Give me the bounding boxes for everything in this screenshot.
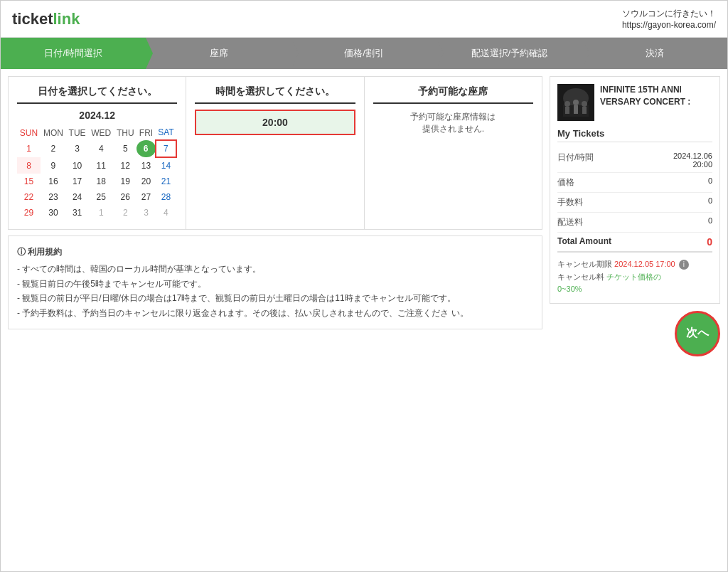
notice-title: ⓘ 利用規約	[17, 245, 533, 259]
cancel-fee-row: キャンセル料 チケット価格の0~30%	[557, 271, 712, 296]
ticket-label-datetime: 日付/時間	[557, 152, 594, 169]
cal-day-19[interactable]: 19	[114, 174, 136, 189]
svg-point-5	[573, 100, 579, 105]
right-panel: INFINITE 15TH ANNI VERSARY CONCERT : My …	[550, 76, 720, 356]
day-header-sat: SAT	[156, 125, 177, 140]
step-delivery[interactable]: 配送選択/予約確認	[437, 38, 582, 69]
ticket-row-shipping: 配送料 0	[557, 213, 712, 233]
cal-day-5[interactable]: 5	[114, 140, 136, 157]
cal-day-8[interactable]: 8	[17, 157, 41, 174]
cal-day-17[interactable]: 17	[66, 174, 88, 189]
cal-day-20[interactable]: 20	[136, 174, 155, 189]
cal-week-4: 22 23 24 25 26 27 28	[17, 189, 176, 205]
cal-day-1[interactable]: 1	[17, 140, 41, 157]
cal-day-26[interactable]: 26	[114, 189, 136, 205]
ticket-row-fee: 手数料 0	[557, 193, 712, 213]
ticket-value-total: 0	[707, 236, 712, 248]
cancel-fee-label: キャンセル料	[557, 272, 604, 281]
time-section: 時間を選択してください。 20:00	[186, 77, 364, 229]
seat-section: 予約可能な座席 予約可能な座席情報は 提供されません.	[365, 77, 542, 229]
info-icon: i	[679, 260, 689, 270]
next-button[interactable]: 次へ	[675, 311, 720, 356]
calendar-table: SUN MON TUE WED THU FRI SAT 1	[17, 125, 177, 221]
ticket-label-shipping: 配送料	[557, 216, 583, 228]
cal-day-21[interactable]: 21	[156, 174, 177, 189]
day-header-thu: THU	[114, 125, 136, 140]
step-seat[interactable]: 座席	[146, 38, 291, 69]
ticket-value-fee: 0	[708, 196, 712, 208]
ticket-info-box: INFINITE 15TH ANNI VERSARY CONCERT : My …	[550, 76, 720, 304]
cal-week-5: 29 30 31 1 2 3 4	[17, 205, 176, 221]
time-title: 時間を選択してください。	[195, 85, 355, 104]
notice-box: ⓘ 利用規約 - すべての時間は、韓国のローカル時間が基準となっています。 - …	[8, 235, 542, 329]
cal-day-31[interactable]: 31	[66, 205, 88, 221]
cal-day-18[interactable]: 18	[88, 174, 114, 189]
event-header: INFINITE 15TH ANNI VERSARY CONCERT :	[557, 84, 712, 121]
step-payment[interactable]: 決済	[582, 38, 727, 69]
cal-day-23[interactable]: 23	[41, 189, 66, 205]
cal-day-next-1[interactable]: 1	[88, 205, 114, 221]
logo-highlight: link	[53, 10, 80, 28]
calendar-month: 2024.12	[17, 110, 177, 121]
cal-day-30[interactable]: 30	[41, 205, 66, 221]
time-slot-2000[interactable]: 20:00	[195, 110, 355, 135]
notice-line-2: - 観覧日前日の午後5時までキャンセル可能です。	[17, 277, 533, 291]
ticket-label-price: 価格	[557, 176, 574, 189]
svg-rect-4	[565, 107, 569, 114]
left-panel: 日付を選択してください。 2024.12 SUN MON TUE WED THU…	[8, 76, 542, 356]
top-bar: ticketlink ソウルコンに行きたい！ https://gayon-kor…	[1, 1, 727, 38]
cal-day-24[interactable]: 24	[66, 189, 88, 205]
cal-day-27[interactable]: 27	[136, 189, 155, 205]
cal-day-15[interactable]: 15	[17, 174, 41, 189]
step-date-time[interactable]: 日付/時間選択	[1, 38, 146, 69]
ticket-value-price: 0	[708, 176, 712, 189]
event-thumbnail	[557, 84, 594, 121]
logo: ticketlink	[12, 10, 80, 28]
svg-point-3	[564, 101, 570, 107]
cal-day-3[interactable]: 3	[66, 140, 88, 157]
step-navigation: 日付/時間選択 座席 価格/割引 配送選択/予約確認 決済	[1, 38, 727, 69]
main-content: 日付を選択してください。 2024.12 SUN MON TUE WED THU…	[1, 69, 727, 364]
selection-area: 日付を選択してください。 2024.12 SUN MON TUE WED THU…	[8, 76, 542, 230]
cal-day-25[interactable]: 25	[88, 189, 114, 205]
ticket-value-datetime: 2024.12.0620:00	[673, 152, 712, 169]
cal-day-14[interactable]: 14	[156, 157, 177, 174]
cal-week-3: 15 16 17 18 19 20 21	[17, 174, 176, 189]
cal-day-29[interactable]: 29	[17, 205, 41, 221]
cancel-limit-label: キャンセル期限	[557, 260, 612, 268]
svg-point-7	[582, 101, 587, 107]
cal-day-4[interactable]: 4	[88, 140, 114, 157]
notice-line-1: - すべての時間は、韓国のローカル時間が基準となっています。	[17, 262, 533, 276]
seat-info: 予約可能な座席情報は 提供されません.	[373, 111, 533, 135]
calendar-section: 日付を選択してください。 2024.12 SUN MON TUE WED THU…	[9, 77, 186, 229]
day-header-mon: MON	[41, 125, 66, 140]
cal-day-12[interactable]: 12	[114, 157, 136, 174]
cancel-limit-value: 2024.12.05 17:00	[614, 260, 675, 268]
cal-day-2[interactable]: 2	[41, 140, 66, 157]
calendar-title: 日付を選択してください。	[17, 85, 177, 104]
cal-day-10[interactable]: 10	[66, 157, 88, 174]
cancel-limit-row: キャンセル期限 2024.12.05 17:00 i	[557, 258, 712, 271]
cal-day-11[interactable]: 11	[88, 157, 114, 174]
cal-day-7[interactable]: 7	[156, 140, 177, 157]
step-price[interactable]: 価格/割引	[291, 38, 437, 69]
event-title: INFINITE 15TH ANNI VERSARY CONCERT :	[600, 84, 712, 121]
cal-day-22[interactable]: 22	[17, 189, 41, 205]
ticket-row-total: Total Amount 0	[557, 233, 712, 253]
cal-day-16[interactable]: 16	[41, 174, 66, 189]
day-header-sun: SUN	[17, 125, 41, 140]
cal-day-28[interactable]: 28	[156, 189, 177, 205]
cal-week-2: 8 9 10 11 12 13 14	[17, 157, 176, 174]
ticket-label-total: Total Amount	[557, 236, 611, 248]
cal-day-next-3[interactable]: 3	[136, 205, 155, 221]
ticket-value-shipping: 0	[708, 216, 712, 228]
cal-week-1: 1 2 3 4 5 6 7	[17, 140, 176, 157]
cal-day-13[interactable]: 13	[136, 157, 155, 174]
cal-day-6[interactable]: 6	[136, 140, 155, 157]
cal-day-next-4[interactable]: 4	[156, 205, 177, 221]
ticket-row-price: 価格 0	[557, 173, 712, 193]
cal-day-9[interactable]: 9	[41, 157, 66, 174]
my-tickets-title: My Tickets	[557, 128, 712, 142]
svg-rect-6	[574, 105, 578, 114]
cal-day-next-2[interactable]: 2	[114, 205, 136, 221]
